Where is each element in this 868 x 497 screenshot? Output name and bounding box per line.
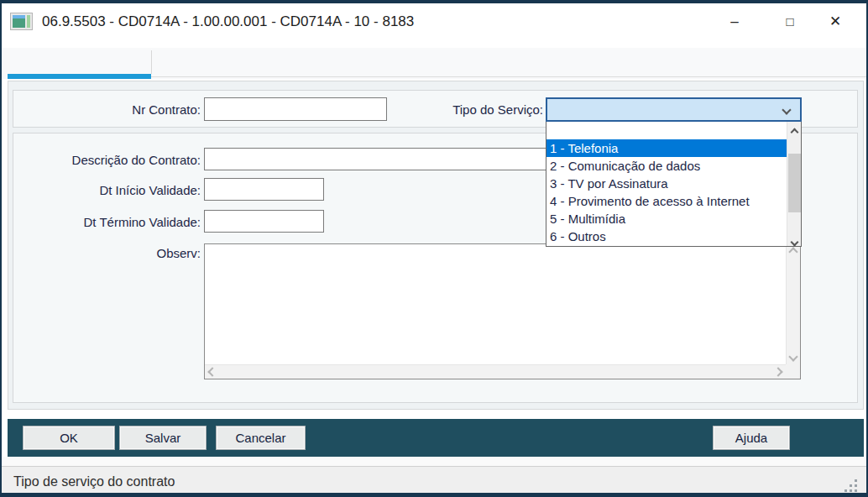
nr-contrato-label: Nr Contrato: bbox=[18, 102, 201, 117]
cancelar-button[interactable]: Cancelar bbox=[216, 426, 306, 450]
tab-selected[interactable] bbox=[8, 48, 151, 74]
status-gap bbox=[2, 457, 866, 466]
salvar-button[interactable]: Salvar bbox=[119, 426, 207, 450]
minimize-button[interactable]: – bbox=[715, 3, 754, 40]
dropdown-option[interactable]: 2 - Comunicação de dados bbox=[546, 157, 787, 175]
descricao-label: Descrição do Contrato: bbox=[18, 153, 201, 167]
scroll-down-icon bbox=[790, 238, 798, 247]
dropdown-option[interactable] bbox=[546, 122, 787, 139]
dropdown-option[interactable]: 1 - Telefonia bbox=[546, 139, 787, 157]
dialog-window: 06.9.5503 - CD0714A - 1.00.00.001 - CD07… bbox=[0, 0, 868, 497]
app-icon bbox=[10, 13, 33, 30]
status-bar: Tipo de serviço do contrato bbox=[2, 466, 866, 496]
dropdown-scrollbar[interactable] bbox=[787, 122, 801, 246]
scroll-up-icon bbox=[790, 128, 798, 137]
maximize-button[interactable]: □ bbox=[771, 3, 809, 40]
observ-textarea[interactable] bbox=[205, 244, 786, 364]
scroll-down-icon[interactable] bbox=[788, 352, 797, 361]
tab-separator bbox=[151, 50, 152, 74]
close-button[interactable]: ✕ bbox=[816, 3, 855, 40]
dropdown-scroll-up[interactable] bbox=[787, 123, 801, 138]
dt-inicio-input[interactable] bbox=[204, 178, 324, 201]
tipo-servico-label: Tipo do Serviço: bbox=[388, 102, 543, 117]
action-button-bar: OK Salvar Cancelar Ajuda bbox=[8, 419, 864, 457]
minimize-icon: – bbox=[730, 13, 738, 29]
scroll-right-icon[interactable] bbox=[773, 367, 782, 376]
title-bar: 06.9.5503 - CD0714A - 1.00.00.001 - CD07… bbox=[2, 3, 866, 40]
observ-vertical-scrollbar[interactable] bbox=[786, 244, 800, 364]
dropdown-option[interactable]: 6 - Outros bbox=[546, 228, 787, 245]
resize-grip[interactable] bbox=[844, 479, 858, 493]
close-icon: ✕ bbox=[829, 13, 841, 29]
service-dropdown: 1 - Telefonia2 - Comunicação de dados3 -… bbox=[546, 122, 802, 247]
dt-termino-input[interactable] bbox=[204, 210, 324, 233]
tabstrip-spacer bbox=[2, 40, 866, 48]
dropdown-option[interactable]: 3 - TV por Assinatura bbox=[546, 175, 787, 192]
dropdown-scroll-thumb[interactable] bbox=[788, 154, 801, 212]
tab-strip bbox=[2, 40, 866, 79]
tabstrip-divider bbox=[151, 76, 866, 77]
tab-active-underline bbox=[8, 74, 151, 79]
ajuda-button[interactable]: Ajuda bbox=[713, 426, 790, 450]
dt-termino-label: Dt Término Validade: bbox=[18, 215, 201, 229]
nr-contrato-input[interactable] bbox=[204, 97, 387, 121]
status-message: Tipo de serviço do contrato bbox=[13, 467, 175, 497]
observ-label: Observ: bbox=[18, 246, 201, 260]
window-title: 06.9.5503 - CD0714A - 1.00.00.001 - CD07… bbox=[42, 3, 414, 40]
chevron-down-icon bbox=[782, 105, 791, 114]
scroll-left-icon[interactable] bbox=[207, 367, 217, 376]
service-dropdown-list: 1 - Telefonia2 - Comunicação de dados3 -… bbox=[546, 122, 787, 246]
dropdown-option[interactable]: 5 - Multimídia bbox=[546, 210, 787, 228]
dt-inicio-label: Dt Início Validade: bbox=[18, 183, 201, 197]
scrollbar-corner bbox=[786, 364, 800, 379]
observ-horizontal-scrollbar[interactable] bbox=[205, 364, 786, 379]
maximize-icon: □ bbox=[786, 14, 793, 29]
ok-button[interactable]: OK bbox=[23, 426, 115, 450]
dropdown-option[interactable]: 4 - Provimento de acesso à Internet bbox=[546, 192, 787, 210]
tipo-servico-combobox[interactable] bbox=[546, 97, 802, 122]
dropdown-scroll-down[interactable] bbox=[787, 233, 801, 248]
observ-field bbox=[204, 243, 801, 379]
scroll-up-icon[interactable] bbox=[788, 247, 797, 256]
